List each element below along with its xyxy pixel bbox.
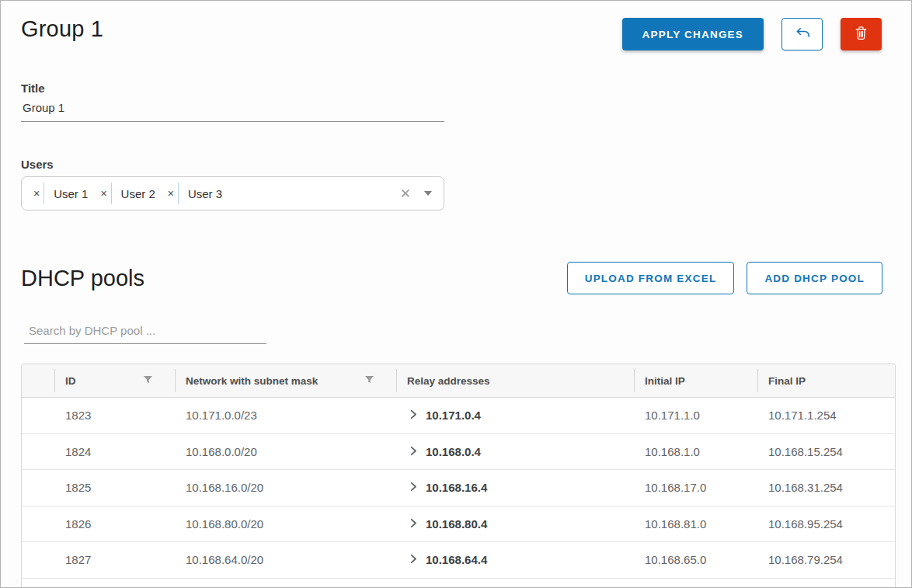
row-relay-cell: 10.168.0.4 — [396, 445, 634, 458]
row-final-ip-cell: 10.171.1.254 — [757, 409, 895, 422]
user-chip-label: User 1 — [44, 187, 98, 200]
trash-icon — [855, 26, 868, 43]
clear-users-icon[interactable]: ✕ — [400, 187, 411, 200]
row-network-cell: 10.168.64.0/20 — [175, 553, 396, 566]
row-id-cell: 1825 — [54, 481, 175, 494]
users-field-label: Users — [21, 158, 444, 171]
row-initial-ip-cell: 10.168.1.0 — [634, 445, 757, 458]
column-header-label: Network with subnet mask — [186, 375, 318, 387]
row-final-ip-cell: 10.168.15.254 — [757, 445, 895, 458]
row-id-cell: 1826 — [54, 517, 175, 531]
users-multiselect[interactable]: × User 1 × User 2 × User 3 ✕ — [21, 176, 444, 210]
user-chip: × User 3 — [165, 183, 232, 204]
user-chip: × User 2 — [98, 183, 165, 204]
relay-address-value: 10.168.80.4 — [426, 517, 487, 531]
relay-address-value: 10.171.0.4 — [426, 409, 481, 422]
row-initial-ip-cell: 10.168.81.0 — [634, 517, 757, 531]
row-relay-cell: 10.168.80.4 — [396, 517, 634, 531]
table-header-row: ID Network with subnet mask Relay addres… — [22, 364, 895, 398]
title-field-label: Title — [21, 82, 444, 95]
column-header-label: Final IP — [768, 375, 806, 387]
add-dhcp-pool-button[interactable]: ADD DHCP POOL — [747, 262, 882, 294]
column-divider — [54, 369, 55, 392]
column-header-initial-ip: Initial IP — [634, 364, 757, 397]
table-row[interactable]: 1825 10.168.16.0/20 10.168.16.4 10.168.1… — [22, 470, 895, 506]
table-row[interactable]: 1826 10.168.80.0/20 10.168.80.4 10.168.8… — [22, 506, 895, 543]
table-body: 1823 10.171.0.0/23 10.171.0.4 10.171.1.0… — [22, 398, 895, 579]
filter-funnel-icon[interactable] — [143, 375, 153, 387]
undo-button[interactable] — [781, 18, 823, 50]
column-header-label: Initial IP — [645, 375, 685, 387]
column-divider — [634, 369, 635, 392]
toolbar: APPLY CHANGES — [622, 18, 882, 50]
undo-arrow-icon — [794, 26, 811, 42]
remove-user-icon[interactable]: × — [98, 188, 110, 199]
remove-user-icon[interactable]: × — [165, 188, 178, 199]
page: Group 1 APPLY CHANGES Title — [0, 0, 912, 588]
dropdown-caret-icon[interactable] — [424, 191, 432, 196]
column-header-label: Relay addresses — [407, 375, 490, 387]
row-network-cell: 10.168.0.0/20 — [175, 445, 396, 458]
user-chip-label: User 2 — [112, 187, 165, 200]
column-header-label: ID — [65, 375, 76, 387]
row-id-cell: 1827 — [54, 553, 175, 566]
user-chips: × User 1 × User 2 × User 3 — [31, 183, 400, 204]
dhcp-pools-heading: DHCP pools — [21, 266, 144, 291]
row-relay-cell: 10.168.16.4 — [396, 481, 634, 494]
row-initial-ip-cell: 10.171.1.0 — [634, 409, 757, 422]
filter-funnel-icon[interactable] — [364, 375, 374, 387]
table-row[interactable]: 1823 10.171.0.0/23 10.171.0.4 10.171.1.0… — [22, 398, 895, 434]
title-input[interactable] — [21, 95, 444, 122]
remove-user-icon[interactable]: × — [31, 188, 44, 199]
title-field: Title — [21, 82, 444, 122]
dhcp-section-header: DHCP pools UPLOAD FROM EXCEL ADD DHCP PO… — [21, 262, 882, 294]
relay-address-value: 10.168.64.4 — [426, 553, 487, 566]
column-divider — [175, 369, 176, 392]
relay-address-value: 10.168.0.4 — [426, 445, 481, 458]
row-relay-cell: 10.168.64.4 — [396, 553, 634, 566]
row-network-cell: 10.171.0.0/23 — [175, 409, 396, 422]
row-id-cell: 1823 — [54, 409, 175, 422]
expand-chevron-icon[interactable] — [410, 517, 417, 531]
row-network-cell: 10.168.16.0/20 — [175, 481, 396, 494]
expand-chevron-icon[interactable] — [410, 481, 417, 494]
column-header-id: ID — [54, 364, 175, 397]
column-header-spacer — [22, 364, 54, 397]
user-chip-label: User 3 — [179, 187, 232, 200]
row-relay-cell: 10.171.0.4 — [396, 409, 634, 422]
column-header-final-ip: Final IP — [757, 364, 895, 397]
table-row[interactable]: 1827 10.168.64.0/20 10.168.64.4 10.168.6… — [22, 542, 895, 579]
upload-from-excel-button[interactable]: UPLOAD FROM EXCEL — [567, 262, 735, 294]
row-network-cell: 10.168.80.0/20 — [175, 517, 396, 531]
dhcp-actions: UPLOAD FROM EXCEL ADD DHCP POOL — [567, 262, 882, 294]
expand-chevron-icon[interactable] — [410, 553, 417, 566]
apply-changes-button[interactable]: APPLY CHANGES — [622, 18, 764, 50]
users-field: Users × User 1 × User 2 × User 3 ✕ — [21, 158, 444, 210]
table-row[interactable]: 1824 10.168.0.0/20 10.168.0.4 10.168.1.0… — [22, 434, 895, 471]
row-final-ip-cell: 10.168.79.254 — [757, 553, 895, 566]
user-chip: × User 1 — [31, 183, 98, 204]
row-final-ip-cell: 10.168.95.254 — [757, 517, 895, 531]
expand-chevron-icon[interactable] — [410, 445, 417, 458]
relay-address-value: 10.168.16.4 — [426, 481, 487, 494]
row-id-cell: 1824 — [54, 445, 175, 458]
row-final-ip-cell: 10.168.31.254 — [757, 481, 895, 494]
delete-button[interactable] — [841, 18, 882, 50]
column-divider — [757, 369, 758, 392]
column-header-network: Network with subnet mask — [175, 364, 396, 397]
row-initial-ip-cell: 10.168.65.0 — [634, 553, 757, 566]
dhcp-table: ID Network with subnet mask Relay addres… — [21, 364, 896, 588]
page-title: Group 1 — [21, 16, 103, 42]
column-header-relay: Relay addresses — [396, 364, 634, 397]
column-divider — [396, 369, 397, 392]
dhcp-search-input[interactable] — [24, 319, 266, 344]
table-row-partial — [22, 579, 895, 588]
expand-chevron-icon[interactable] — [410, 409, 417, 422]
row-initial-ip-cell: 10.168.17.0 — [634, 481, 757, 494]
